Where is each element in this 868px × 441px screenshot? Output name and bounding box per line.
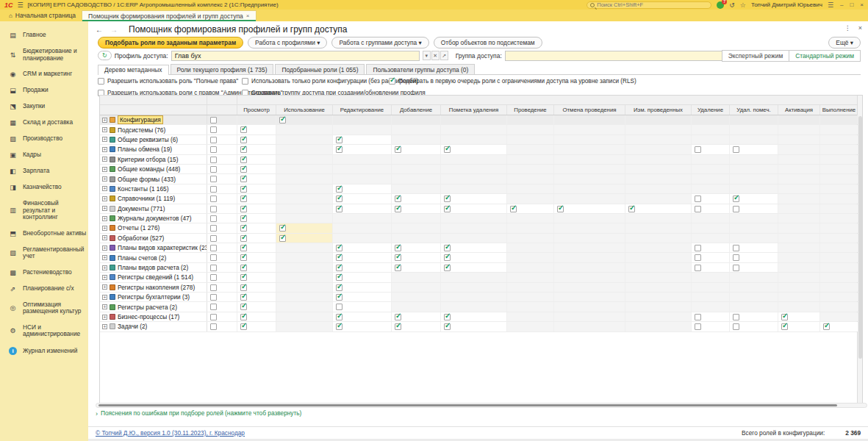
profile-clear-icon[interactable]: ✕: [431, 51, 440, 60]
permission-cell[interactable]: ✓: [237, 135, 276, 144]
tree-row-label-cell[interactable]: +Общие формы (433): [100, 174, 207, 183]
all-rights-checkbox[interactable]: [210, 323, 217, 330]
table-row[interactable]: +Задачи (2)✓✓✓✓✓✓: [100, 322, 862, 331]
close-tab-icon[interactable]: ×: [246, 12, 250, 19]
sidebar-item-6[interactable]: ▦Склад и доставка: [7, 115, 88, 131]
tree-row-label-cell[interactable]: +Обработки (527): [100, 234, 207, 243]
all-rights-cell[interactable]: [207, 253, 237, 262]
permission-cell[interactable]: ✓: [333, 145, 392, 154]
permission-cell[interactable]: ✓: [441, 312, 507, 321]
permission-cell[interactable]: ✓: [820, 322, 858, 331]
expand-plus-icon[interactable]: +: [102, 315, 107, 320]
tree-row-label-cell[interactable]: +Регистры сведений (1 514): [100, 273, 207, 282]
permission-checkbox[interactable]: ✓: [510, 206, 517, 212]
permission-cell[interactable]: ✓: [441, 194, 507, 203]
permission-checkbox[interactable]: ✓: [240, 254, 247, 261]
permission-checkbox[interactable]: ✓: [240, 265, 247, 271]
permission-checkbox[interactable]: [733, 254, 739, 261]
current-user[interactable]: Топчий Дмитрий Юрьевич: [751, 1, 822, 8]
profile-input[interactable]: [171, 51, 420, 61]
permission-cell[interactable]: ✓: [441, 145, 507, 154]
sidebar-item-18[interactable]: iЖурнал изменений: [7, 343, 88, 359]
permission-cell[interactable]: ✓: [237, 312, 276, 321]
all-rights-checkbox[interactable]: [210, 146, 217, 153]
permission-checkbox[interactable]: ✓: [240, 146, 247, 153]
permission-cell[interactable]: ✓: [237, 165, 276, 173]
permission-checkbox[interactable]: ✓: [336, 314, 342, 320]
table-row[interactable]: +Конфигурация✓: [100, 115, 862, 125]
permission-checkbox[interactable]: ✓: [240, 294, 247, 301]
permission-cell[interactable]: ✓: [333, 312, 392, 321]
permission-cell[interactable]: ✓: [237, 155, 276, 164]
permission-checkbox[interactable]: ✓: [240, 196, 247, 202]
profile-open-icon[interactable]: ↗: [440, 51, 448, 60]
permission-cell[interactable]: ✓: [333, 184, 392, 193]
permission-checkbox[interactable]: ✓: [240, 235, 247, 242]
permission-cell[interactable]: [692, 253, 730, 262]
permission-cell[interactable]: ✓: [625, 204, 692, 213]
table-row[interactable]: +Планы обмена (19)✓✓✓✓: [100, 145, 862, 154]
permission-checkbox[interactable]: ✓: [444, 196, 451, 202]
all-rights-cell[interactable]: [207, 135, 237, 144]
permission-cell[interactable]: ✓: [237, 273, 276, 282]
permission-cell[interactable]: ✓: [237, 174, 276, 183]
sidebar-item-3[interactable]: ◉CRM и маркетинг: [7, 66, 88, 82]
permission-checkbox[interactable]: [695, 314, 701, 320]
sidebar-item-5[interactable]: ⬔Закупки: [7, 98, 88, 115]
tree-row-label-cell[interactable]: +Планы обмена (19): [100, 145, 207, 154]
expand-plus-icon[interactable]: +: [102, 295, 107, 300]
permission-cell[interactable]: ✓: [392, 243, 441, 252]
permission-checkbox[interactable]: [733, 245, 739, 251]
sidebar-item-16[interactable]: ◎Оптимизация размещения культур: [7, 297, 88, 320]
group-input[interactable]: [505, 51, 740, 61]
forward-arrow-button[interactable]: →: [108, 26, 120, 34]
all-rights-checkbox[interactable]: [210, 126, 217, 133]
expand-plus-icon[interactable]: +: [102, 186, 107, 191]
table-row[interactable]: +Журналы документов (47)✓: [100, 214, 862, 223]
expand-plus-icon[interactable]: +: [102, 127, 107, 132]
sidebar-item-8[interactable]: ▣Кадры: [7, 147, 88, 163]
permission-cell[interactable]: ✓: [237, 253, 276, 262]
permission-cell[interactable]: [730, 322, 778, 331]
tree-row-label-cell[interactable]: +Документы (771): [100, 204, 207, 213]
permission-checkbox[interactable]: [695, 254, 701, 261]
all-rights-checkbox[interactable]: [210, 245, 217, 251]
tree-row-label-cell[interactable]: +Конфигурация: [100, 115, 207, 124]
permission-cell[interactable]: [730, 253, 778, 262]
expand-plus-icon[interactable]: +: [102, 216, 107, 221]
checkbox-icon[interactable]: [242, 78, 248, 85]
permission-checkbox[interactable]: ✓: [336, 274, 342, 281]
expand-plus-icon[interactable]: +: [102, 324, 107, 329]
permission-checkbox[interactable]: ✓: [279, 117, 286, 123]
table-row[interactable]: +Регистры расчета (2)✓: [100, 302, 862, 312]
sidebar-item-13[interactable]: ▧Регламентированный учет: [7, 242, 88, 265]
table-row[interactable]: +Общие формы (433)✓: [100, 174, 862, 184]
permission-checkbox[interactable]: ✓: [395, 196, 401, 202]
expert-mode-button[interactable]: Экспертный режим: [722, 50, 789, 62]
permission-cell[interactable]: [692, 322, 730, 331]
permission-checkbox[interactable]: ✓: [240, 284, 247, 291]
expand-plus-icon[interactable]: +: [102, 235, 107, 240]
refresh-profile-button[interactable]: ↻: [98, 51, 112, 60]
permission-checkbox[interactable]: ✓: [240, 137, 247, 143]
standard-mode-button[interactable]: Стандартный режим: [789, 50, 861, 62]
permission-cell[interactable]: ✓: [730, 194, 778, 203]
permission-checkbox[interactable]: ✓: [240, 245, 247, 251]
permission-cell[interactable]: [692, 312, 730, 321]
permission-cell[interactable]: [692, 145, 730, 154]
all-rights-checkbox[interactable]: [210, 206, 217, 212]
sidebar-item-9[interactable]: ◧Зарплата: [7, 163, 88, 179]
permission-checkbox[interactable]: [695, 146, 701, 153]
permission-checkbox[interactable]: ✓: [336, 137, 342, 143]
sidebar-item-12[interactable]: ⬒Внеоборотные активы: [7, 226, 88, 242]
table-row[interactable]: +Регистры накопления (278)✓✓: [100, 283, 862, 293]
table-row[interactable]: +Отчеты (1 276)✓✓: [100, 223, 862, 233]
permission-checkbox[interactable]: [695, 196, 701, 202]
tree-row-label-cell[interactable]: +Планы видов характеристик (23): [100, 243, 207, 252]
permission-cell[interactable]: [730, 243, 778, 252]
permission-cell[interactable]: ✓: [392, 253, 441, 262]
permission-checkbox[interactable]: ✓: [395, 245, 401, 251]
permission-checkbox[interactable]: ✓: [781, 314, 788, 320]
permission-cell[interactable]: ✓: [237, 234, 276, 243]
permission-cell[interactable]: ✓: [778, 312, 820, 321]
